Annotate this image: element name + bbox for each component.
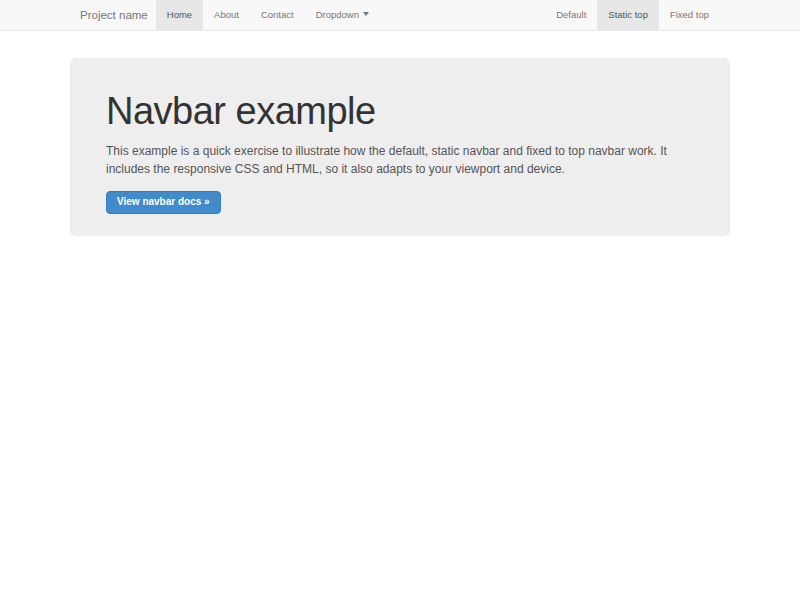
nav-item-dropdown[interactable]: Dropdown [305, 0, 380, 30]
jumbotron: Navbar example This example is a quick e… [70, 58, 730, 236]
nav-item-fixed-top[interactable]: Fixed top [659, 0, 720, 30]
view-navbar-docs-button[interactable]: View navbar docs » [106, 191, 221, 214]
nav-item-contact[interactable]: Contact [250, 0, 305, 30]
navbar-left-nav: Home About Contact Dropdown [156, 0, 380, 30]
jumbotron-description: This example is a quick exercise to illu… [106, 142, 694, 179]
navbar-container: Project name Home About Contact Dropdown… [70, 0, 730, 30]
description-line-1: This example is a quick exercise to illu… [106, 142, 694, 161]
nav-item-dropdown-label: Dropdown [316, 9, 359, 20]
navbar: Project name Home About Contact Dropdown… [0, 0, 800, 31]
navbar-right-nav: Default Static top Fixed top [545, 0, 720, 30]
page-title: Navbar example [106, 91, 694, 133]
nav-item-default[interactable]: Default [545, 0, 597, 30]
caret-down-icon [363, 12, 369, 16]
nav-item-static-top[interactable]: Static top [597, 0, 659, 30]
page-content: Navbar example This example is a quick e… [0, 58, 800, 236]
nav-item-home[interactable]: Home [156, 0, 203, 30]
nav-item-about[interactable]: About [203, 0, 250, 30]
description-line-2: includes the responsive CSS and HTML, so… [106, 160, 694, 179]
navbar-brand[interactable]: Project name [80, 0, 148, 30]
